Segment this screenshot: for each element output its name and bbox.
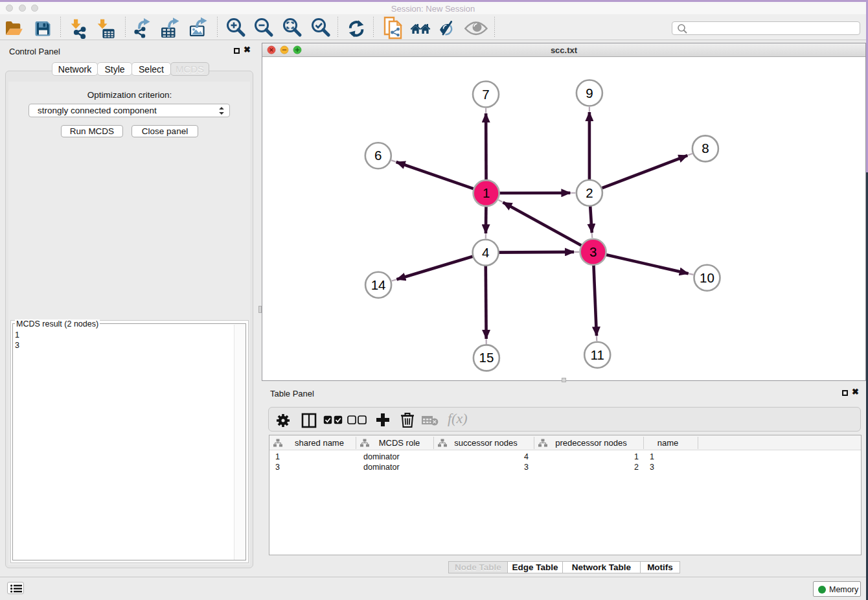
svg-text:14: 14	[371, 277, 386, 292]
svg-text:15: 15	[479, 350, 494, 365]
svg-text:11: 11	[591, 347, 604, 362]
svg-text:3: 3	[589, 244, 597, 259]
svg-text:2: 2	[586, 185, 593, 200]
svg-text:1: 1	[483, 185, 490, 200]
svg-text:4: 4	[482, 245, 489, 260]
svg-text:8: 8	[702, 141, 709, 156]
svg-text:6: 6	[374, 148, 382, 163]
svg-text:10: 10	[700, 270, 714, 285]
svg-text:7: 7	[482, 87, 489, 102]
svg-text:9: 9	[586, 86, 593, 100]
